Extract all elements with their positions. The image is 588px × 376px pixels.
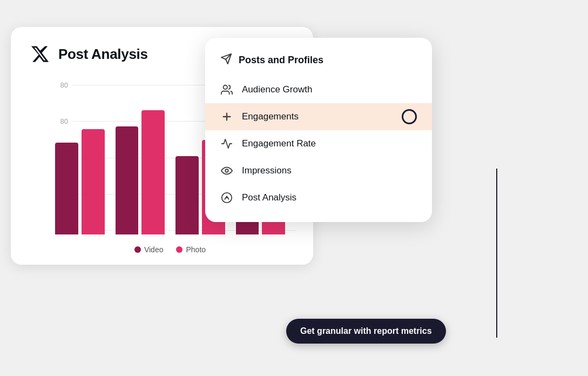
- audience-icon: [220, 84, 233, 96]
- card-title-row: Post Analysis: [28, 42, 148, 66]
- chart-legend: Video Photo: [55, 245, 285, 254]
- tooltip-text: Get granular with report metrics: [300, 326, 432, 335]
- card-title: Post Analysis: [58, 46, 148, 63]
- bar-group: [55, 129, 105, 234]
- bar-photo: [82, 129, 105, 234]
- svg-point-2: [224, 85, 227, 89]
- bar-chart-icon: [220, 192, 233, 204]
- bar-photo: [141, 110, 165, 234]
- legend-video-label: Video: [144, 245, 164, 254]
- legend-photo: Photo: [176, 245, 206, 254]
- legend-video: Video: [134, 245, 164, 254]
- engagement-rate-label: Engagement Rate: [242, 138, 316, 149]
- chart-line-icon: [220, 138, 233, 150]
- bar-video: [116, 126, 139, 234]
- bar-group: [116, 110, 165, 234]
- dropdown-menu: Posts and Profiles Audience Growth: [205, 38, 432, 222]
- post-analysis-label: Post Analysis: [242, 192, 296, 203]
- bar-video: [55, 143, 78, 234]
- legend-video-dot: [134, 246, 141, 253]
- bar-video: [175, 156, 199, 234]
- tooltip-bar: Get granular with report metrics: [286, 319, 446, 344]
- audience-growth-label: Audience Growth: [242, 84, 312, 95]
- dropdown-item-post-analysis[interactable]: Post Analysis: [205, 184, 432, 211]
- send-icon: [220, 53, 232, 68]
- legend-photo-label: Photo: [186, 245, 206, 254]
- svg-point-5: [225, 169, 228, 172]
- dropdown-section-title: Posts and Profiles: [239, 55, 323, 66]
- dropdown-section-header: Posts and Profiles: [205, 49, 432, 76]
- dropdown-item-engagements[interactable]: Engagements: [205, 103, 432, 130]
- active-indicator: [402, 109, 417, 124]
- plus-icon: [220, 111, 233, 123]
- dropdown-item-audience-growth[interactable]: Audience Growth: [205, 76, 432, 103]
- engagements-label: Engagements: [242, 111, 299, 122]
- legend-photo-dot: [176, 246, 183, 253]
- x-logo-icon: [28, 42, 52, 66]
- dropdown-item-impressions[interactable]: Impressions: [205, 157, 432, 184]
- impressions-label: Impressions: [242, 165, 292, 176]
- dropdown-item-engagement-rate[interactable]: Engagement Rate: [205, 130, 432, 157]
- eye-icon: [220, 165, 233, 177]
